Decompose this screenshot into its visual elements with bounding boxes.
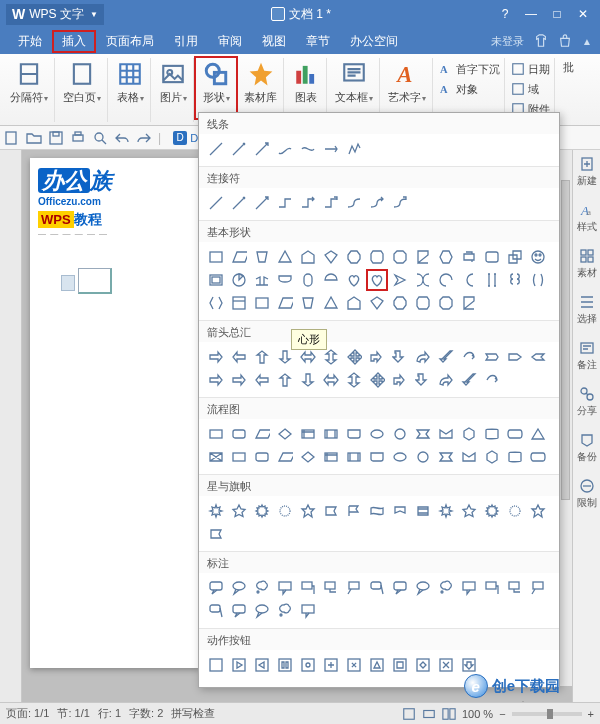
new-icon[interactable] — [4, 130, 20, 146]
shape-item[interactable] — [366, 446, 388, 468]
shape-item[interactable] — [481, 446, 503, 468]
ribbon-表格[interactable]: 表格▾ — [110, 58, 151, 122]
shape-item[interactable] — [251, 654, 273, 676]
shape-item[interactable] — [389, 423, 411, 445]
shape-item[interactable] — [297, 269, 319, 291]
shape-item[interactable] — [228, 654, 250, 676]
view-mode-icon[interactable] — [422, 707, 436, 721]
shape-item[interactable] — [527, 577, 549, 599]
ribbon-分隔符[interactable]: 分隔符▾ — [4, 58, 55, 122]
side-备注[interactable]: 备注 — [577, 340, 597, 372]
shape-item[interactable] — [320, 269, 342, 291]
zoom-slider[interactable] — [512, 712, 582, 716]
shape-item[interactable] — [251, 446, 273, 468]
shape-item[interactable] — [297, 192, 319, 214]
side-样式[interactable]: Aa样式 — [577, 202, 597, 234]
shape-item[interactable] — [205, 577, 227, 599]
shape-item[interactable] — [527, 446, 549, 468]
zoom-out-button[interactable]: − — [499, 708, 505, 720]
shape-item[interactable] — [320, 423, 342, 445]
shape-item[interactable] — [412, 500, 434, 522]
shape-item[interactable] — [274, 292, 296, 314]
shape-item[interactable] — [228, 446, 250, 468]
shape-item[interactable] — [320, 500, 342, 522]
shape-item[interactable] — [389, 346, 411, 368]
shape-item[interactable] — [366, 369, 388, 391]
shape-item[interactable] — [251, 600, 273, 622]
shape-item[interactable] — [251, 246, 273, 268]
shape-item[interactable] — [251, 192, 273, 214]
shape-item[interactable] — [343, 138, 365, 160]
shape-item[interactable] — [481, 369, 503, 391]
shape-item[interactable] — [504, 246, 526, 268]
ribbon-small-对象[interactable]: A对象 — [439, 80, 500, 98]
ribbon-small-日期[interactable]: 日期 — [511, 60, 550, 78]
shape-item[interactable] — [205, 369, 227, 391]
shape-item[interactable] — [205, 600, 227, 622]
inserted-shape-placeholder[interactable] — [78, 268, 112, 294]
shape-item[interactable] — [205, 292, 227, 314]
menu-办公空间[interactable]: 办公空间 — [340, 30, 408, 53]
shape-item[interactable] — [343, 654, 365, 676]
shape-item[interactable] — [504, 446, 526, 468]
menu-章节[interactable]: 章节 — [296, 30, 340, 53]
shape-item[interactable] — [389, 292, 411, 314]
shape-item[interactable] — [320, 446, 342, 468]
shape-item[interactable] — [504, 346, 526, 368]
side-素材[interactable]: 素材 — [577, 248, 597, 280]
document-page[interactable]: 办公族 Officezu.com WPS教程 — — — — — — — [30, 158, 200, 668]
shape-item[interactable] — [389, 577, 411, 599]
shape-item[interactable] — [435, 369, 457, 391]
zoom-level[interactable]: 100 % — [462, 708, 493, 720]
ribbon-small-域[interactable]: 域 — [511, 80, 550, 98]
shape-item[interactable] — [435, 577, 457, 599]
side-限制[interactable]: 限制 — [577, 478, 597, 510]
status-spellcheck[interactable]: 拼写检查 — [171, 706, 215, 721]
shape-item[interactable] — [389, 369, 411, 391]
shape-item[interactable] — [274, 654, 296, 676]
shape-item[interactable] — [297, 423, 319, 445]
shape-item[interactable] — [251, 269, 273, 291]
shape-item[interactable] — [412, 446, 434, 468]
shape-item[interactable] — [366, 292, 388, 314]
scroll-thumb[interactable] — [561, 180, 570, 500]
menu-引用[interactable]: 引用 — [164, 30, 208, 53]
shape-item[interactable] — [228, 500, 250, 522]
shape-item[interactable] — [274, 369, 296, 391]
shape-item[interactable] — [320, 654, 342, 676]
shape-item[interactable] — [320, 577, 342, 599]
shape-item[interactable] — [412, 654, 434, 676]
shape-item[interactable] — [527, 423, 549, 445]
shape-item[interactable] — [205, 654, 227, 676]
view-mode-icon[interactable] — [402, 707, 416, 721]
help-button[interactable]: ? — [498, 7, 512, 21]
shape-item[interactable] — [228, 369, 250, 391]
side-选择[interactable]: 选择 — [577, 294, 597, 326]
ribbon-形状[interactable]: 形状▾ — [194, 56, 238, 120]
shape-item[interactable] — [251, 138, 273, 160]
menu-开始[interactable]: 开始 — [8, 30, 52, 53]
shape-item[interactable] — [366, 654, 388, 676]
shape-item[interactable] — [366, 577, 388, 599]
save-icon[interactable] — [48, 130, 64, 146]
status-line[interactable]: 行: 1 — [98, 706, 121, 721]
shape-item[interactable] — [228, 346, 250, 368]
shape-item[interactable] — [481, 423, 503, 445]
shape-item[interactable] — [412, 346, 434, 368]
shape-item[interactable] — [205, 346, 227, 368]
ribbon-collapse-icon[interactable]: ▲ — [582, 36, 592, 47]
shape-item[interactable] — [343, 577, 365, 599]
shape-item[interactable] — [504, 423, 526, 445]
status-page[interactable]: 页面: 1/1 — [6, 706, 49, 721]
shape-item[interactable] — [435, 269, 457, 291]
shape-item[interactable] — [274, 446, 296, 468]
shape-item[interactable] — [458, 423, 480, 445]
shape-item[interactable] — [389, 654, 411, 676]
cart-icon[interactable] — [558, 34, 572, 48]
side-分享[interactable]: 分享 — [577, 386, 597, 418]
menu-页面布局[interactable]: 页面布局 — [96, 30, 164, 53]
shape-item[interactable] — [343, 269, 365, 291]
shape-item[interactable] — [481, 500, 503, 522]
minimize-button[interactable]: — — [524, 7, 538, 21]
shape-item[interactable] — [366, 246, 388, 268]
